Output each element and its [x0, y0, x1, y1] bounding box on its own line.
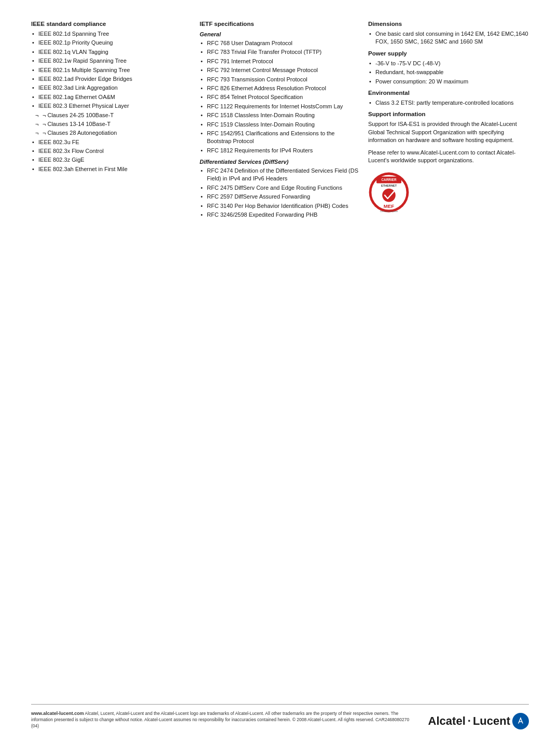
power-list: -36-V to -75-V DC (-48-V) Redundant, hot…: [368, 60, 529, 86]
dimensions-list: One basic card slot consuming in 1642 EM…: [368, 30, 529, 46]
list-item: RFC 854 Telnet Protocol Specification: [200, 93, 360, 101]
power-title: Power supply: [368, 50, 529, 57]
list-item: IEEE 802.1s Multiple Spanning Tree: [31, 66, 192, 74]
list-item: RFC 3140 Per Hop Behavior Identification…: [200, 202, 360, 210]
list-item: RFC 2597 DiffServe Assured Forwarding: [200, 193, 360, 201]
ietf-general-list: RFC 768 User Datagram Protocol RFC 783 T…: [200, 39, 360, 154]
list-item: Redundant, hot-swappable: [368, 68, 529, 76]
mef-badge: CARRIER ETHERNET MEF Certified Compliant: [368, 172, 410, 213]
list-item: -36-V to -75-V DC (-48-V): [368, 60, 529, 67]
list-item: IEEE 802.1p Priority Queuing: [31, 39, 192, 47]
logo-dot: ·: [468, 714, 471, 728]
col-ieee: IEEE standard compliance IEEE 802.1d Spa…: [31, 21, 200, 549]
spacer: [31, 549, 529, 704]
list-item: IEEE 802.3ah Ethernet in First Mile: [31, 165, 192, 173]
list-item: IEEE 802.1q VLAN Tagging: [31, 48, 192, 56]
list-item: RFC 1542/951 Clarifications and Extensio…: [200, 130, 360, 146]
list-item: RFC 791 Internet Protocol: [200, 58, 360, 65]
ieee-title: IEEE standard compliance: [31, 21, 192, 27]
list-item: RFC 2475 DiffServ Core and Edge Routing …: [200, 184, 360, 192]
list-item: RFC 1519 Classless Inter-Domain Routing: [200, 121, 360, 129]
list-item: IEEE 802.1w Rapid Spanning Tree: [31, 57, 192, 65]
svg-text:Certified Compliant: Certified Compliant: [380, 210, 398, 213]
list-item: IEEE 802.3ad Link Aggregation: [31, 84, 192, 92]
list-item-sub: ¬ Clauses 24-25 100Base-T: [31, 111, 192, 119]
list-item: RFC 1518 Classless Inter-Domain Routing: [200, 111, 360, 119]
environmental-list: Class 3.2 ETSI: partly temperature-contr…: [368, 99, 529, 107]
environmental-title: Environmental: [368, 90, 529, 96]
list-item-sub: ¬ Clauses 28 Autonegotiation: [31, 129, 192, 137]
footer-legal: Alcatel, Lucent, Alcatel-Lucent and the …: [31, 711, 409, 728]
list-item: RFC 826 Ethernet Address Resolution Prot…: [200, 85, 360, 92]
svg-text:MEF: MEF: [384, 204, 394, 209]
list-item: IEEE 802.3u FE: [31, 138, 192, 146]
list-item: RFC 792 Internet Control Message Protoco…: [200, 66, 360, 74]
ietf-title: IETF specifications: [200, 21, 360, 27]
support-title: Support information: [368, 111, 529, 117]
list-item: IEEE 802.1ag Ethernet OA&M: [31, 93, 192, 101]
list-item: Class 3.2 ETSI: partly temperature-contr…: [368, 99, 529, 107]
main-content: IEEE standard compliance IEEE 802.1d Spa…: [31, 21, 529, 549]
list-item-sub: ¬ Clauses 13-14 10Base-T: [31, 120, 192, 128]
list-item: RFC 3246/2598 Expedited Forwarding PHB: [200, 211, 360, 219]
list-item: IEEE 802.3 Ethernet Physical Layer: [31, 102, 192, 110]
list-item: One basic card slot consuming in 1642 EM…: [368, 30, 529, 46]
ietf-diffserv-subtitle: Differentiated Services (DiffServ): [200, 159, 360, 165]
alcatel-lucent-logo: Alcatel · Lucent: [428, 713, 529, 729]
logo-icon: [512, 713, 529, 729]
list-item: RFC 1812 Requirements for IPv4 Routers: [200, 147, 360, 154]
col-specs: Dimensions One basic card slot consuming…: [368, 21, 529, 549]
list-item: Power consumption: 20 W maximum: [368, 78, 529, 86]
ietf-general-subtitle: General: [200, 31, 360, 37]
list-item: IEEE 802.1d Spanning Tree: [31, 30, 192, 38]
footer-text-block: www.alcatel-lucent.com Alcatel, Lucent, …: [31, 710, 418, 729]
col-ietf: IETF specifications General RFC 768 User…: [200, 21, 368, 549]
ietf-diffserv-list: RFC 2474 Definition of the Differentiate…: [200, 167, 360, 219]
support-text2: Please refer to www.Alcatel-Lucent.com t…: [368, 149, 529, 165]
support-text1: Support for ISA-ES1 is provided through …: [368, 120, 529, 144]
dimensions-title: Dimensions: [368, 21, 529, 27]
list-item: RFC 768 User Datagram Protocol: [200, 39, 360, 47]
logo-brand2: Lucent: [473, 714, 510, 728]
footer-url: www.alcatel-lucent.com: [31, 711, 84, 716]
list-item: IEEE 802.3x Flow Control: [31, 147, 192, 155]
ieee-list: IEEE 802.1d Spanning Tree IEEE 802.1p Pr…: [31, 30, 192, 173]
list-item: IEEE 802.1ad Provider Edge Bridges: [31, 75, 192, 83]
footer-logo-block: Alcatel · Lucent: [428, 710, 529, 729]
svg-text:ETHERNET: ETHERNET: [381, 184, 397, 187]
list-item: RFC 793 Transmission Control Protocol: [200, 76, 360, 83]
svg-text:CARRIER: CARRIER: [381, 178, 396, 182]
footer: www.alcatel-lucent.com Alcatel, Lucent, …: [31, 704, 529, 729]
list-item: RFC 783 Trivial File Transfer Protocol (…: [200, 48, 360, 56]
list-item: RFC 2474 Definition of the Differentiate…: [200, 167, 360, 183]
list-item: IEEE 802.3z GigE: [31, 156, 192, 164]
page: IEEE standard compliance IEEE 802.1d Spa…: [0, 0, 560, 745]
list-item: RFC 1122 Requirements for Internet Hosts…: [200, 103, 360, 110]
logo-brand1: Alcatel: [428, 714, 466, 728]
